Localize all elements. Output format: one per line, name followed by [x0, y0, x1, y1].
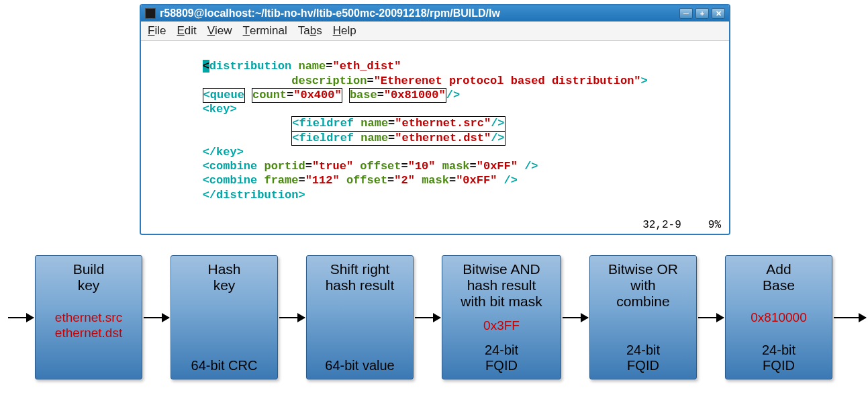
box-foot: 24-bit [730, 343, 828, 358]
menu-file[interactable]: File [148, 24, 166, 38]
flow-box-add-base: Add Base 0x810000 24-bit FQID [725, 255, 832, 379]
code-line-10: </distribution> [148, 189, 305, 201]
flow-box-bitwise-and: Bitwise AND hash result with bit mask 0x… [442, 255, 561, 379]
arrow-icon [698, 317, 724, 318]
box-red: ethernet.src [40, 310, 138, 326]
box-red: 0x810000 [730, 310, 828, 326]
arrow-in [8, 317, 34, 318]
title-bar: r58809@localhost:~/ltib-no-hv/ltib-e500m… [141, 5, 729, 21]
box-head: Build [40, 261, 138, 277]
box-head: Hash [175, 261, 273, 277]
menu-terminal[interactable]: Terminal [243, 24, 287, 38]
box-foot: 24-bit [446, 343, 557, 358]
code-area[interactable]: <distribution name="eth_dist" descriptio… [141, 41, 729, 218]
code-line-4: <key> [148, 103, 237, 116]
box-head: Bitwise OR [594, 261, 692, 277]
box-foot [40, 358, 138, 373]
box-red: ethernet.dst [40, 326, 138, 341]
box-head: combine [594, 293, 692, 310]
code-line-1: <distribution name="eth_dist" [148, 60, 401, 73]
code-line-9: <combine frame="112" offset="2" mask="0x… [148, 174, 518, 187]
arrow-icon [563, 317, 588, 318]
code-line-7: </key> [148, 146, 244, 159]
box-foot: 24-bit [594, 343, 692, 358]
box-head: hash result [446, 277, 557, 293]
code-line-5: <fieldref name="ethernet.src"/> [148, 117, 505, 130]
flow-diagram: Build key ethernet.src ethernet.dst Hash… [7, 255, 868, 379]
flow-box-bitwise-or: Bitwise OR with combine 24-bit FQID [589, 255, 697, 379]
terminal-window: r58809@localhost:~/ltib-no-hv/ltib-e500m… [140, 4, 730, 235]
window-title: r58809@localhost:~/ltib-no-hv/ltib-e500m… [160, 7, 500, 19]
minimize-button[interactable]: ─ [679, 8, 693, 19]
box-head: with bit mask [446, 293, 557, 310]
box-foot: 64-bit CRC [175, 358, 273, 373]
menu-help[interactable]: Help [333, 24, 356, 38]
box-head: key [175, 277, 273, 293]
status-bar: 32,2-9 9% [141, 218, 729, 234]
maximize-button[interactable]: + [695, 8, 709, 19]
code-line-3: <queue count="0x400" base="0x81000"/> [148, 89, 460, 101]
arrow-out [834, 317, 866, 318]
box-foot: FQID [594, 358, 692, 373]
cursor-pos: 32,2-9 [642, 219, 681, 231]
menu-bar: File Edit View Terminal Tabs Help [141, 21, 729, 41]
arrow-icon [144, 317, 169, 318]
box-head: Base [730, 277, 828, 293]
arrow-icon [279, 317, 305, 318]
code-line-8: <combine portid="true" offset="10" mask=… [148, 160, 538, 173]
menu-view[interactable]: View [207, 24, 232, 38]
arrow-icon [415, 317, 440, 318]
menu-edit[interactable]: Edit [177, 24, 196, 38]
box-foot: FQID [730, 358, 828, 373]
box-head: with [594, 277, 692, 293]
flow-box-shift-right: Shift right hash result 64-bit value [306, 255, 414, 379]
box-foot: FQID [446, 358, 557, 373]
box-head: hash result [311, 277, 409, 293]
close-button[interactable]: ✕ [712, 8, 725, 19]
menu-tabs[interactable]: Tabs [298, 24, 322, 38]
box-red: 0x3FF [446, 318, 557, 334]
terminal-icon [145, 8, 156, 19]
scroll-pct: 9% [708, 219, 721, 231]
box-head: Bitwise AND [446, 261, 557, 277]
box-head: key [40, 277, 138, 293]
flow-box-hash-key: Hash key 64-bit CRC [171, 255, 278, 379]
box-head: Add [730, 261, 828, 277]
flow-box-build-key: Build key ethernet.src ethernet.dst [35, 255, 142, 379]
code-line-6: <fieldref name="ethernet.dst"/> [148, 132, 505, 144]
box-foot: 64-bit value [311, 358, 409, 373]
box-head: Shift right [311, 261, 409, 277]
code-line-2: description="Etherenet protocol based di… [148, 75, 648, 87]
